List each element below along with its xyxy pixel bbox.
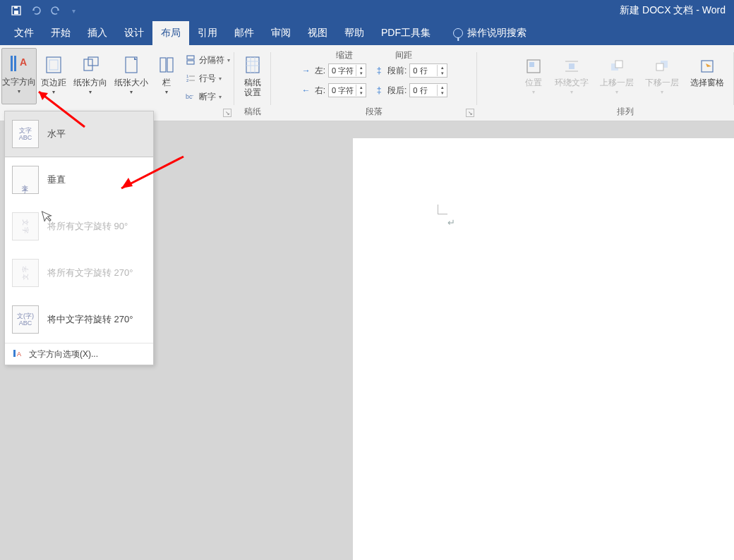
- indent-right-spinner[interactable]: ▴▾: [328, 83, 366, 97]
- dd-options[interactable]: A 文字方向选项(X)...: [5, 343, 153, 365]
- dd-rotate90-label: 将所有文字旋转 90°: [47, 220, 128, 233]
- dd-vertical-label: 垂直: [47, 174, 66, 186]
- genko-settings-button[interactable]: 稿纸 设置: [239, 48, 267, 99]
- lightbulb-icon: [453, 28, 463, 38]
- spacing-after-input[interactable]: [410, 86, 437, 95]
- position-button[interactable]: 位置 ▾: [521, 55, 546, 97]
- columns-icon: [155, 54, 178, 76]
- hyphenation-button[interactable]: bc- 断字 ▾: [185, 89, 230, 104]
- backward-label: 下移一层: [645, 78, 679, 87]
- chevron-down-icon: ▾: [165, 89, 168, 95]
- dd-cjk270[interactable]: 文(字) ABC 将中文字符旋转 270°: [5, 296, 153, 343]
- svg-line-38: [39, 92, 85, 127]
- indent-left-input[interactable]: [329, 66, 356, 75]
- dd-cjk270-label: 将中文字符旋转 270°: [47, 313, 133, 326]
- tab-help[interactable]: 帮助: [336, 21, 373, 45]
- qat-customize-icon[interactable]: ▾: [72, 7, 76, 15]
- genko-label: 稿纸 设置: [244, 78, 261, 97]
- group-paragraph: 缩进 间距 → 左: ▴▾ ← 右: ▴▾ ‡ 段前:: [271, 45, 477, 121]
- redo-icon[interactable]: [49, 4, 62, 17]
- tab-pdf[interactable]: PDF工具集: [373, 21, 439, 45]
- chevron-down-icon: ▾: [532, 89, 535, 95]
- group-genko: 稿纸 设置 稿纸: [234, 45, 271, 121]
- svg-rect-14: [187, 61, 194, 64]
- paragraph-mark-icon: ↵: [447, 217, 455, 228]
- spacing-before-input[interactable]: [410, 66, 437, 75]
- group-label-arrange: 排列: [517, 106, 734, 118]
- svg-rect-6: [47, 57, 61, 73]
- tab-view[interactable]: 视图: [299, 21, 336, 45]
- indent-left-label: 左:: [315, 65, 325, 77]
- tab-file[interactable]: 文件: [6, 21, 42, 45]
- size-label: 纸张大小: [114, 78, 148, 87]
- annotation-arrow-1: [28, 85, 92, 134]
- tab-mailings[interactable]: 邮件: [226, 21, 263, 45]
- spacing-after-spinner[interactable]: ▴▾: [409, 83, 447, 97]
- wrap-button[interactable]: 环绕文字 ▾: [552, 55, 591, 97]
- text-direction-icon: A: [8, 53, 30, 75]
- hyphenation-icon: bc-: [185, 91, 196, 102]
- svg-rect-13: [187, 56, 194, 59]
- chevron-down-icon: ▾: [661, 89, 663, 95]
- spacing-before-label: 段前:: [387, 65, 407, 77]
- spacing-before-icon: ‡: [373, 66, 385, 75]
- forward-button[interactable]: 上移一层 ▾: [597, 55, 637, 97]
- indent-left-row: → 左: ▴▾: [301, 63, 366, 78]
- selection-pane-button[interactable]: 选择窗格: [687, 55, 727, 97]
- group-arrange: 位置 ▾ 环绕文字 ▾ 上移一层 ▾ 下移一层 ▾ 选择窗格: [517, 45, 734, 121]
- document-page[interactable]: ↵: [353, 138, 734, 560]
- svg-rect-27: [529, 62, 534, 67]
- vertical-thumb-icon: 文 字: [12, 166, 39, 194]
- svg-rect-21: [246, 57, 259, 73]
- svg-rect-2: [14, 6, 18, 8]
- svg-rect-12: [167, 58, 173, 72]
- tab-insert[interactable]: 插入: [79, 21, 116, 45]
- wrap-label: 环绕文字: [555, 78, 589, 87]
- chevron-down-icon: ▾: [615, 89, 618, 95]
- page-setup-small-buttons: 分隔符 ▾ 12 行号 ▾ bc- 断字 ▾: [185, 48, 230, 104]
- tab-design[interactable]: 设计: [116, 21, 152, 45]
- margin-corner-icon: [438, 202, 450, 214]
- svg-text:-: -: [192, 92, 194, 97]
- breaks-button[interactable]: 分隔符 ▾: [185, 52, 230, 68]
- svg-marker-41: [121, 178, 133, 188]
- tab-references[interactable]: 引用: [189, 21, 226, 45]
- spacing-before-spinner[interactable]: ▴▾: [409, 63, 447, 78]
- indent-left-spinner[interactable]: ▴▾: [328, 63, 366, 78]
- tab-review[interactable]: 审阅: [263, 21, 299, 45]
- columns-button[interactable]: 栏 ▾: [152, 48, 181, 104]
- group-label-paragraph: 段落: [271, 106, 477, 118]
- quick-access-toolbar: ▾: [0, 4, 76, 17]
- svg-rect-32: [615, 61, 622, 68]
- indent-right-row: ← 右: ▴▾: [301, 83, 366, 98]
- svg-rect-11: [160, 58, 166, 72]
- line-numbers-button[interactable]: 12 行号 ▾: [185, 71, 230, 86]
- ribbon: A 文字方向 ▾ 页边距 ▾ 纸张方向 ▾: [0, 45, 734, 121]
- save-icon[interactable]: [10, 4, 23, 17]
- tab-home[interactable]: 开始: [42, 21, 79, 45]
- svg-rect-36: [13, 350, 16, 357]
- indent-right-icon: ←: [301, 85, 312, 95]
- svg-rect-4: [14, 56, 16, 71]
- undo-icon[interactable]: [30, 4, 42, 17]
- spacing-before-row: ‡ 段前: ▴▾: [373, 63, 447, 78]
- genko-icon: [241, 54, 264, 76]
- bring-forward-icon: [607, 56, 627, 76]
- chevron-down-icon: ▾: [130, 89, 133, 95]
- indent-header: 缩进: [336, 49, 353, 61]
- tab-layout[interactable]: 布局: [152, 21, 189, 45]
- tell-me-search[interactable]: 操作说明搜索: [445, 21, 535, 45]
- text-direction-options-icon: A: [12, 348, 23, 360]
- group-label-genko: 稿纸: [234, 106, 271, 118]
- page-setup-launcher-icon[interactable]: ↘: [223, 109, 231, 117]
- rotate270-thumb-icon: 文 字: [12, 259, 39, 287]
- indent-right-input[interactable]: [329, 86, 356, 95]
- indent-right-label: 右:: [315, 85, 325, 97]
- svg-text:A: A: [20, 56, 27, 68]
- page-size-icon: [120, 54, 143, 76]
- dd-rotate90: 文 字 将所有文字旋转 90°: [5, 203, 153, 250]
- cjk270-thumb-icon: 文(字) ABC: [12, 305, 39, 334]
- indent-left-icon: →: [301, 66, 312, 75]
- size-button[interactable]: 纸张大小 ▾: [112, 48, 151, 104]
- backward-button[interactable]: 下移一层 ▾: [642, 55, 682, 97]
